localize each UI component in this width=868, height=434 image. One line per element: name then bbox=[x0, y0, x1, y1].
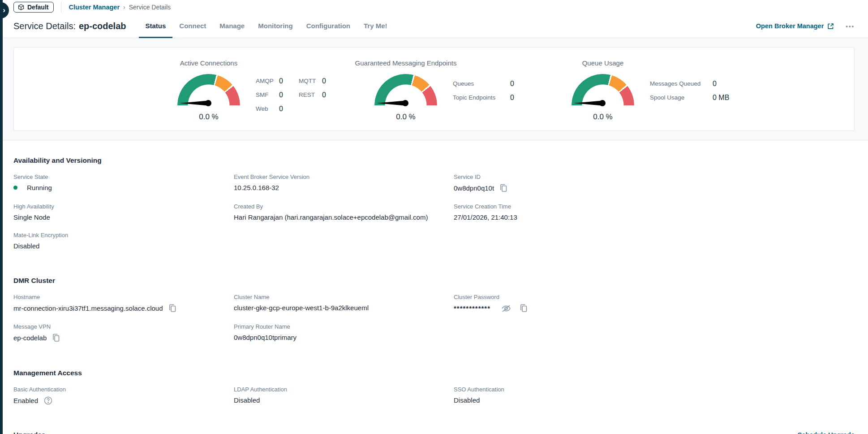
queue-usage-group: Queue Usage 0.0 % Messages Queued 0 Spoo… bbox=[556, 53, 748, 130]
page-title-prefix: Service Details: bbox=[13, 21, 76, 31]
gauge-title: Queue Usage bbox=[582, 59, 624, 67]
guaranteed-messaging-group: Guaranteed Messaging Endpoints 0.0 % Que… bbox=[359, 53, 551, 130]
basic-auth-field: Basic Authentication Enabled bbox=[13, 386, 234, 405]
hostname-value: mr-connection-xiru3i37tf1.messaging.sola… bbox=[13, 304, 163, 312]
created-by-value: Hari Rangarajan (hari.rangarajan.solace+… bbox=[234, 213, 454, 221]
field-label: Hostname bbox=[13, 294, 234, 300]
guaranteed-messaging-gauge bbox=[374, 74, 437, 106]
eye-off-icon[interactable] bbox=[501, 304, 511, 312]
creation-time-field: Service Creation Time 27/01/2026, 21:40:… bbox=[454, 203, 855, 221]
gauge-value: 0.0 % bbox=[199, 113, 218, 122]
upgrades-header-row: Upgrades Schedule Upgrade bbox=[13, 431, 855, 434]
stat-label: Spool Usage bbox=[650, 93, 713, 103]
status-band: Active Connections 0.0 % AMQP 0 MQTT 0 S… bbox=[0, 38, 868, 140]
gauge-needle-pivot bbox=[402, 100, 408, 106]
field-label: Event Broker Service Version bbox=[234, 174, 454, 180]
created-by-field: Created By Hari Rangarajan (hari.rangara… bbox=[234, 203, 454, 221]
field-label: Mate-Link Encryption bbox=[13, 232, 234, 239]
cluster-name-value: cluster-gke-gcp-europe-west1-b-9a2klkeue… bbox=[234, 304, 454, 312]
tab-status[interactable]: Status bbox=[139, 14, 173, 38]
gauge-needle-pivot bbox=[599, 100, 606, 106]
tab-monitoring[interactable]: Monitoring bbox=[251, 14, 299, 38]
stat-value: 0 MB bbox=[713, 93, 739, 103]
field-label: LDAP Authentication bbox=[234, 386, 454, 393]
queue-usage-gauge bbox=[572, 74, 634, 106]
management-section-heading: Management Access bbox=[13, 369, 855, 377]
tab-bar: Status Connect Manage Monitoring Configu… bbox=[139, 14, 394, 38]
gauge-needle-pivot bbox=[205, 100, 211, 106]
service-id-value: 0w8dpn0q10t bbox=[454, 184, 494, 192]
tab-try-me[interactable]: Try Me! bbox=[357, 14, 394, 38]
stat-value: 0 bbox=[322, 76, 337, 86]
stat-label: Queues bbox=[453, 79, 510, 89]
primary-router-field: Primary Router Name 0w8dpn0q10tprimary bbox=[234, 323, 454, 342]
field-label: Primary Router Name bbox=[234, 323, 454, 330]
workspace-badge-label: Default bbox=[27, 4, 48, 11]
dmr-section-heading: DMR Cluster bbox=[13, 277, 855, 285]
queue-usage-stats: Messages Queued 0 Spool Usage 0 MB bbox=[650, 79, 739, 130]
availability-section-heading: Availability and Versioning bbox=[13, 156, 855, 165]
gauge-title: Guaranteed Messaging Endpoints bbox=[355, 59, 457, 67]
primary-router-value: 0w8dpn0q10tprimary bbox=[234, 334, 454, 341]
help-icon[interactable] bbox=[44, 396, 52, 405]
chevron-right-icon: › bbox=[3, 6, 5, 15]
tab-configuration[interactable]: Configuration bbox=[300, 14, 357, 38]
copy-icon[interactable] bbox=[52, 334, 60, 342]
field-label: Service ID bbox=[454, 174, 855, 180]
field-label: Message VPN bbox=[13, 323, 234, 330]
copy-icon[interactable] bbox=[169, 304, 176, 312]
stat-label: AMQP bbox=[256, 76, 279, 86]
stat-value: 0 bbox=[510, 79, 533, 89]
stat-label: Topic Endpoints bbox=[453, 93, 510, 103]
ldap-auth-field: LDAP Authentication Disabled bbox=[234, 386, 454, 405]
workspace-badge[interactable]: Default bbox=[13, 2, 54, 13]
message-vpn-field: Message VPN ep-codelab bbox=[13, 323, 234, 342]
basic-auth-value: Enabled bbox=[13, 397, 38, 404]
field-label: Service State bbox=[13, 174, 234, 180]
stat-value: 0 bbox=[279, 76, 299, 86]
ldap-auth-value: Disabled bbox=[234, 396, 454, 404]
page-header: Service Details: ep-codelab Status Conne… bbox=[0, 14, 868, 38]
connection-stats: AMQP 0 MQTT 0 SMF 0 REST 0 Web 0 bbox=[256, 76, 337, 130]
gauge-value: 0.0 % bbox=[396, 113, 415, 122]
collapsed-sidebar-edge bbox=[0, 0, 3, 434]
stat-label: MQTT bbox=[299, 76, 322, 86]
tab-manage[interactable]: Manage bbox=[213, 14, 251, 38]
tab-connect[interactable]: Connect bbox=[172, 14, 213, 38]
breadcrumb-cluster-manager[interactable]: Cluster Manager bbox=[69, 4, 120, 11]
stat-label: REST bbox=[299, 90, 322, 100]
copy-icon[interactable] bbox=[500, 184, 507, 192]
field-label: High Availability bbox=[13, 203, 234, 210]
active-connections-group: Active Connections 0.0 % AMQP 0 MQTT 0 S… bbox=[162, 53, 354, 130]
service-version-value: 10.25.0.168-32 bbox=[234, 184, 454, 191]
stat-value: 0 bbox=[279, 90, 299, 100]
schedule-upgrade-link[interactable]: Schedule Upgrade bbox=[798, 431, 855, 434]
field-label: Cluster Password bbox=[454, 294, 855, 300]
workspace-box-icon bbox=[18, 4, 24, 10]
gauges-card: Active Connections 0.0 % AMQP 0 MQTT 0 S… bbox=[13, 47, 855, 131]
service-version-field: Event Broker Service Version 10.25.0.168… bbox=[234, 174, 454, 192]
high-availability-field: High Availability Single Node bbox=[13, 203, 234, 221]
open-broker-manager-link[interactable]: Open Broker Manager bbox=[756, 22, 834, 30]
gauge-value: 0.0 % bbox=[593, 113, 612, 122]
breadcrumb-current: Service Details bbox=[129, 4, 171, 11]
field-label: SSO Authentication bbox=[454, 386, 855, 393]
stat-label: SMF bbox=[256, 90, 279, 100]
topbar-divider bbox=[61, 2, 61, 12]
more-actions-button[interactable]: ••• bbox=[846, 23, 855, 30]
breadcrumb-separator-icon: › bbox=[123, 4, 125, 11]
stat-value: 0 bbox=[713, 79, 739, 89]
copy-icon[interactable] bbox=[520, 304, 528, 312]
stat-label: Web bbox=[256, 104, 279, 114]
external-link-icon bbox=[827, 23, 834, 30]
gauge-title: Active Connections bbox=[180, 59, 237, 67]
creation-time-value: 27/01/2026, 21:40:13 bbox=[454, 213, 855, 221]
stat-value: 0 bbox=[510, 93, 533, 103]
service-name: ep-codelab bbox=[79, 21, 126, 31]
sso-auth-value: Disabled bbox=[454, 396, 855, 404]
stat-value: 0 bbox=[279, 104, 299, 114]
field-label: Created By bbox=[234, 203, 454, 210]
cluster-password-value: ************ bbox=[454, 304, 490, 312]
open-broker-manager-label: Open Broker Manager bbox=[756, 22, 824, 30]
field-label: Cluster Name bbox=[234, 294, 454, 300]
